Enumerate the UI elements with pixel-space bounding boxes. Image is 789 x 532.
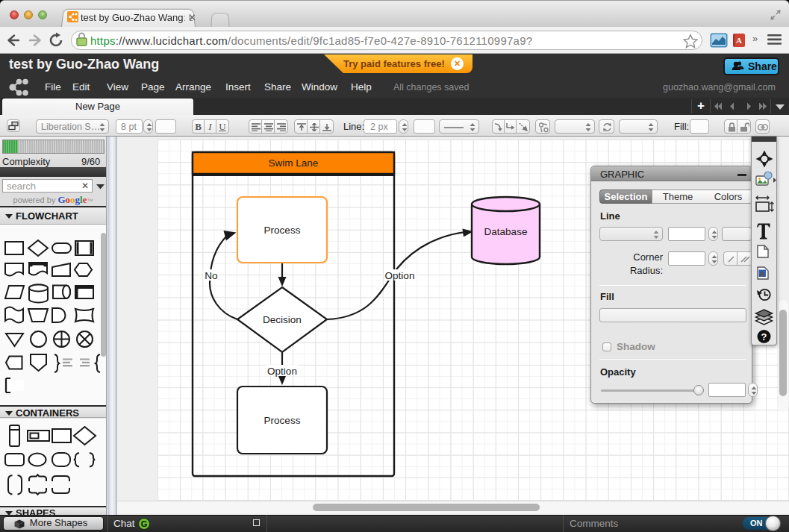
svg-text:Option: Option <box>385 270 415 281</box>
svg-text:Decision: Decision <box>263 314 302 325</box>
svg-text:A: A <box>736 36 742 45</box>
svg-text:Swim Lane: Swim Lane <box>269 157 319 169</box>
svg-text:Database: Database <box>484 226 528 237</box>
svg-text:Process: Process <box>264 415 301 426</box>
svg-text:A: A <box>760 270 764 278</box>
svg-text:Process: Process <box>264 225 301 236</box>
svg-text:No: No <box>205 270 217 281</box>
svg-text:?: ? <box>761 331 767 342</box>
svg-text:Option: Option <box>267 366 297 377</box>
